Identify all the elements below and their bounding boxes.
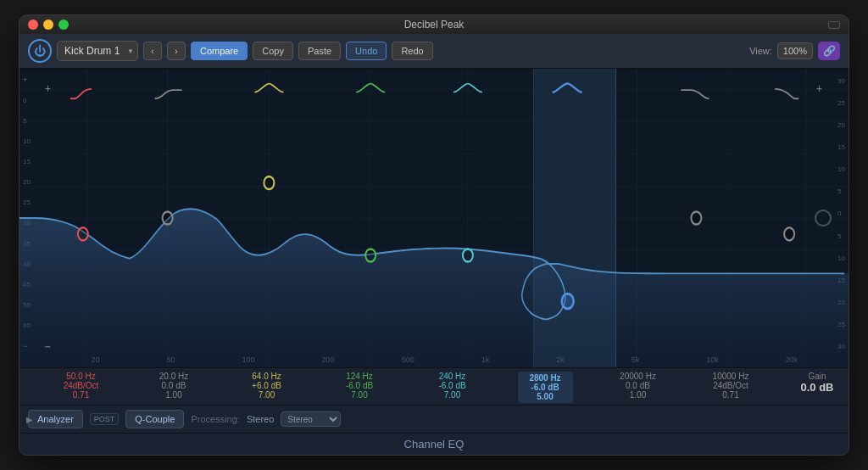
- band4-freq: 124 Hz: [346, 372, 373, 381]
- band2-q: 1.00: [165, 390, 181, 400]
- band1-params[interactable]: 50.0 Hz 24dB/Oct 0.71: [53, 372, 108, 403]
- band5-params[interactable]: 240 Hz -6.0 dB 7.00: [425, 372, 480, 403]
- band4-q: 7.00: [351, 390, 367, 400]
- freq-label-100: 100: [242, 355, 255, 364]
- svg-text:+: +: [45, 81, 51, 95]
- band5-db: -6.0 dB: [438, 381, 465, 390]
- power-icon: ⏻: [34, 44, 46, 58]
- nav-next-button[interactable]: ›: [167, 42, 186, 60]
- band2-params[interactable]: 20.0 Hz 0.0 dB 1.00: [147, 372, 202, 403]
- band3-freq: 64.0 Hz: [252, 372, 281, 381]
- eq-curve-svg: + + −: [19, 69, 849, 367]
- band2-freq: 20.0 Hz: [159, 372, 188, 381]
- bottom-bar: 50.0 Hz 24dB/Oct 0.71 20.0 Hz 0.0 dB 1.0…: [19, 367, 849, 455]
- analyzer-button[interactable]: Analyzer: [28, 410, 83, 428]
- band3-db: +6.0 dB: [252, 381, 281, 390]
- link-button[interactable]: 🔗: [818, 42, 840, 60]
- minimize-button[interactable]: [43, 20, 53, 30]
- band2-db: 0.0 dB: [162, 381, 186, 390]
- output-knob[interactable]: [815, 210, 832, 227]
- band4-db: -6.0 dB: [346, 381, 373, 390]
- svg-point-20: [264, 176, 274, 189]
- freq-label-5k: 5k: [632, 355, 640, 364]
- band5-q: 7.00: [444, 390, 460, 400]
- nav-prev-button[interactable]: ‹: [143, 42, 162, 60]
- band1-freq: 50.0 Hz: [66, 372, 95, 381]
- main-window: Decibel Peak ⏻ Kick Drum 1 ‹ › Compare C…: [19, 14, 849, 456]
- processing-value: Stereo: [247, 414, 274, 424]
- svg-point-25: [784, 227, 794, 240]
- band7-db: 0.0 dB: [626, 381, 650, 390]
- post-tag: POST: [90, 413, 120, 425]
- band1-db: 24dB/Oct: [64, 381, 99, 390]
- power-button[interactable]: ⏻: [28, 39, 52, 63]
- preset-selector-wrapper: Kick Drum 1: [57, 41, 138, 61]
- gain-label: Gain: [808, 372, 826, 381]
- band8-db: 24dB/Oct: [713, 381, 748, 390]
- band1-q: 0.71: [73, 390, 89, 400]
- svg-text:−: −: [45, 340, 51, 355]
- processing-label: Processing:: [191, 414, 239, 424]
- freq-label-20: 20: [92, 355, 100, 364]
- link-icon: 🔗: [823, 45, 836, 57]
- view-value[interactable]: 100%: [777, 42, 813, 59]
- svg-point-24: [691, 211, 701, 224]
- freq-label-1k: 1k: [481, 355, 490, 364]
- preset-selector[interactable]: Kick Drum 1: [57, 41, 138, 61]
- freq-label-20k: 20k: [786, 355, 798, 364]
- svg-point-21: [365, 249, 376, 261]
- band4-params[interactable]: 124 Hz -6.0 dB 7.00: [332, 372, 387, 403]
- gain-value: 0.0 dB: [800, 381, 833, 394]
- master-gain: Gain 0.0 dB: [796, 372, 838, 403]
- band7-q: 1.00: [630, 390, 646, 400]
- paste-button[interactable]: Paste: [298, 42, 341, 60]
- active-band-highlight: [533, 69, 616, 367]
- processing-select[interactable]: Stereo Left/Right Mid/Side: [281, 411, 341, 427]
- plugin-title: Channel EQ: [19, 433, 849, 455]
- band6-db: -6.0 dB: [531, 383, 559, 392]
- freq-label-200: 200: [322, 355, 335, 364]
- svg-point-18: [78, 227, 88, 240]
- view-control: View: 100%: [749, 42, 813, 59]
- play-icon: ▶: [26, 415, 33, 424]
- compare-button[interactable]: Compare: [191, 42, 248, 60]
- band3-params[interactable]: 64.0 Hz +6.0 dB 7.00: [239, 372, 294, 403]
- view-label: View:: [749, 46, 772, 56]
- q-couple-button[interactable]: Q-Couple: [125, 410, 184, 428]
- undo-button[interactable]: Undo: [346, 42, 387, 60]
- band8-params[interactable]: 10000 Hz 24dB/Oct 0.71: [704, 372, 759, 403]
- band7-freq: 20000 Hz: [620, 372, 656, 381]
- band6-q: 5.00: [537, 392, 553, 401]
- redo-button[interactable]: Redo: [392, 42, 432, 60]
- band6-freq: 2800 Hz: [529, 373, 560, 383]
- db-scale-left: + 0 5 10 15 20 25 30 35 40 45 50 60 −: [23, 76, 31, 350]
- title-bar: Decibel Peak: [19, 15, 849, 34]
- db-scale-right: 30 25 20 15 10 5 0 5 10 15 20 25 30: [837, 77, 845, 350]
- window-resize-icon[interactable]: [828, 21, 840, 29]
- close-button[interactable]: [28, 20, 38, 30]
- band3-q: 7.00: [259, 390, 275, 400]
- band6-params[interactable]: 2800 Hz -6.0 dB 5.00: [518, 372, 573, 403]
- band8-q: 0.71: [722, 390, 738, 400]
- controls-row: Analyzer POST Q-Couple Processing: Stere…: [19, 406, 849, 433]
- freq-label-2k: 2k: [556, 355, 565, 364]
- band7-params[interactable]: 20000 Hz 0.0 dB 1.00: [610, 372, 665, 403]
- maximize-button[interactable]: [58, 20, 69, 30]
- window-title: Decibel Peak: [404, 19, 465, 31]
- play-button[interactable]: ▶: [26, 411, 33, 426]
- window-controls: [28, 20, 69, 30]
- svg-point-19: [163, 211, 173, 224]
- freq-label-500: 500: [402, 355, 415, 364]
- copy-button[interactable]: Copy: [253, 42, 293, 60]
- freq-label-10k: 10k: [706, 355, 719, 364]
- svg-point-22: [463, 249, 473, 261]
- band5-freq: 240 Hz: [439, 372, 466, 381]
- band8-freq: 10000 Hz: [713, 372, 749, 381]
- band-params-row: 50.0 Hz 24dB/Oct 0.71 20.0 Hz 0.0 dB 1.0…: [19, 368, 849, 406]
- eq-area[interactable]: + + − 20 50 100 200 500 1k 2k 5k 10k 20k…: [19, 69, 849, 367]
- freq-label-50: 50: [167, 355, 175, 364]
- toolbar: ⏻ Kick Drum 1 ‹ › Compare Copy Paste Und…: [19, 34, 849, 69]
- svg-text:+: +: [816, 81, 822, 95]
- freq-axis: 20 50 100 200 500 1k 2k 5k 10k 20k: [19, 355, 849, 364]
